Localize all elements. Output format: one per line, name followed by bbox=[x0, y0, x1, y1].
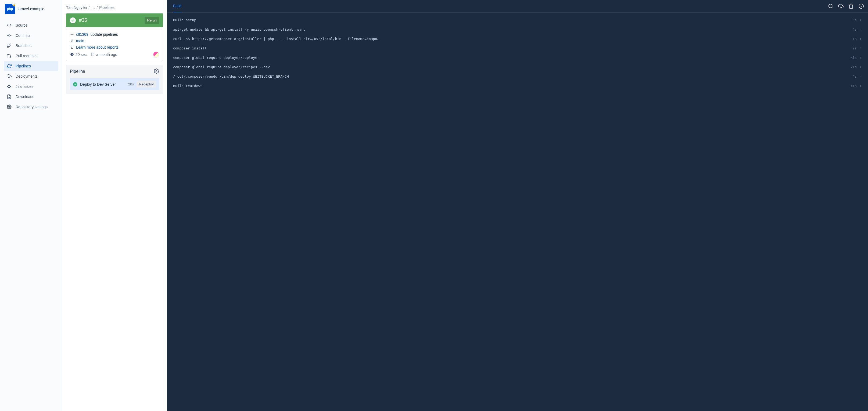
log-row[interactable]: curl -sS https://getcomposer.org/install… bbox=[167, 34, 868, 43]
breadcrumb-sep: / bbox=[96, 5, 98, 10]
log-command: composer global require deployer/recipes… bbox=[173, 65, 845, 69]
sidebar: php 🔒 laravel-example Source Commits Bra… bbox=[0, 0, 62, 411]
nav-label: Branches bbox=[16, 43, 31, 48]
breadcrumb-ellipsis[interactable]: … bbox=[91, 5, 95, 10]
sidebar-item-pull-requests[interactable]: Pull requests bbox=[4, 51, 58, 61]
success-check-icon bbox=[70, 18, 76, 23]
log-command: curl -sS https://getcomposer.org/install… bbox=[173, 37, 847, 41]
svg-point-0 bbox=[8, 35, 10, 36]
log-duration: 3s bbox=[852, 18, 857, 22]
nav-label: Deployments bbox=[16, 74, 38, 78]
tab-build[interactable]: Build bbox=[173, 0, 181, 12]
svg-point-11 bbox=[9, 106, 10, 108]
redeploy-button[interactable]: Redeploy bbox=[136, 81, 156, 88]
pipeline-step[interactable]: Deploy to Dev Server 20s Redeploy bbox=[70, 78, 159, 90]
pipeline-title: Pipeline bbox=[70, 69, 85, 74]
sidebar-item-branches[interactable]: Branches bbox=[4, 41, 58, 51]
log-command: Build teardown bbox=[173, 84, 845, 88]
search-button[interactable] bbox=[828, 3, 834, 9]
svg-point-27 bbox=[829, 4, 832, 8]
chevron-right-icon bbox=[859, 85, 862, 87]
author-avatar[interactable] bbox=[153, 52, 159, 58]
log-row[interactable]: apt-get update && apt-get install -y unz… bbox=[167, 25, 868, 34]
nav-label: Jira issues bbox=[16, 84, 33, 89]
repo-icon-text: php bbox=[7, 7, 13, 11]
rerun-button[interactable]: Rerun bbox=[145, 17, 159, 24]
commit-hash-link[interactable]: cff1369 bbox=[76, 32, 88, 36]
chevron-right-icon bbox=[859, 47, 862, 50]
log-body[interactable]: Build setup3sapt-get update && apt-get i… bbox=[167, 12, 868, 411]
breadcrumb-owner[interactable]: Tân Nguyễn bbox=[66, 5, 87, 10]
svg-point-17 bbox=[71, 41, 72, 42]
sidebar-item-pipelines[interactable]: Pipelines bbox=[4, 61, 58, 71]
chevron-right-icon bbox=[859, 28, 862, 31]
log-row[interactable]: composer global require deployer/recipes… bbox=[167, 62, 868, 72]
sidebar-item-downloads[interactable]: Downloads bbox=[4, 92, 58, 101]
sidebar-item-settings[interactable]: Repository settings bbox=[4, 102, 58, 112]
repo-name: laravel-example bbox=[18, 7, 44, 11]
log-command: apt-get update && apt-get install -y unz… bbox=[173, 27, 847, 31]
chevron-right-icon bbox=[859, 66, 862, 68]
report-icon bbox=[70, 46, 74, 49]
chevron-right-icon bbox=[859, 56, 862, 59]
run-detail-card: cff1369 update pipelines main Learn more… bbox=[66, 29, 163, 61]
breadcrumb-sep: / bbox=[88, 5, 90, 10]
log-duration: <1s bbox=[850, 65, 857, 69]
info-button[interactable] bbox=[858, 3, 864, 9]
log-row[interactable]: composer global require deployer/deploye… bbox=[167, 53, 868, 62]
log-panel: Build Build setup3sapt-get update && apt… bbox=[167, 0, 868, 411]
delete-button[interactable] bbox=[848, 3, 854, 9]
breadcrumb-current: Pipelines bbox=[99, 5, 115, 10]
svg-point-16 bbox=[72, 40, 73, 40]
branch-row: main bbox=[70, 39, 159, 43]
sidebar-item-commits[interactable]: Commits bbox=[4, 31, 58, 40]
svg-point-7 bbox=[7, 54, 9, 55]
pipeline-header: Pipeline bbox=[70, 68, 159, 74]
code-icon bbox=[6, 23, 12, 28]
svg-point-12 bbox=[71, 34, 72, 35]
log-row[interactable]: composer install2s bbox=[167, 43, 868, 53]
calendar-icon bbox=[91, 52, 95, 57]
nav-label: Source bbox=[16, 23, 27, 27]
commit-icon bbox=[70, 33, 74, 36]
duration-text: 20 sec bbox=[75, 52, 87, 57]
sidebar-item-deployments[interactable]: Deployments bbox=[4, 71, 58, 81]
log-row[interactable]: Build setup3s bbox=[167, 15, 868, 25]
when-group: a month ago bbox=[91, 52, 117, 57]
log-duration: 1s bbox=[852, 37, 857, 41]
repo-avatar: php 🔒 bbox=[5, 4, 15, 14]
svg-point-5 bbox=[7, 46, 9, 48]
branch-link[interactable]: main bbox=[76, 39, 84, 43]
download-button[interactable] bbox=[838, 3, 844, 9]
nav-label: Pipelines bbox=[16, 64, 31, 68]
breadcrumb: Tân Nguyễn / … / Pipelines bbox=[66, 4, 163, 13]
run-status-card: #35 Rerun bbox=[66, 13, 163, 27]
log-duration: 4s bbox=[852, 27, 857, 31]
log-row[interactable]: /root/.composer/vendor/bin/dep deploy $B… bbox=[167, 72, 868, 81]
meta-row: 20 sec a month ago bbox=[70, 52, 159, 58]
cloud-download-icon bbox=[6, 73, 12, 79]
nav-list: Source Commits Branches Pull requests Pi… bbox=[0, 19, 62, 114]
step-name: Deploy to Dev Server bbox=[80, 82, 116, 87]
repo-header[interactable]: php 🔒 laravel-example bbox=[0, 4, 62, 19]
report-link[interactable]: Learn more about reports bbox=[76, 45, 119, 50]
svg-point-26 bbox=[156, 71, 157, 72]
pipeline-section: Pipeline Deploy to Dev Server 20s Redepl… bbox=[66, 65, 163, 94]
sidebar-item-source[interactable]: Source bbox=[4, 21, 58, 30]
pipelines-icon bbox=[6, 63, 12, 69]
log-command: Build setup bbox=[173, 18, 847, 22]
svg-point-4 bbox=[10, 44, 11, 45]
sidebar-item-jira[interactable]: Jira issues bbox=[4, 82, 58, 91]
chevron-right-icon bbox=[859, 75, 862, 78]
run-number: #35 bbox=[79, 18, 87, 23]
log-row[interactable]: Build teardown<1s bbox=[167, 81, 868, 91]
log-duration: 4s bbox=[852, 74, 857, 78]
when-text: a month ago bbox=[96, 52, 117, 57]
commit-message: update pipelines bbox=[91, 32, 118, 36]
svg-rect-18 bbox=[71, 46, 73, 49]
nav-label: Commits bbox=[16, 33, 30, 38]
download-icon bbox=[6, 94, 12, 99]
commit-row: cff1369 update pipelines bbox=[70, 32, 159, 36]
log-duration: 2s bbox=[852, 46, 857, 50]
pipeline-settings-button[interactable] bbox=[153, 68, 159, 74]
